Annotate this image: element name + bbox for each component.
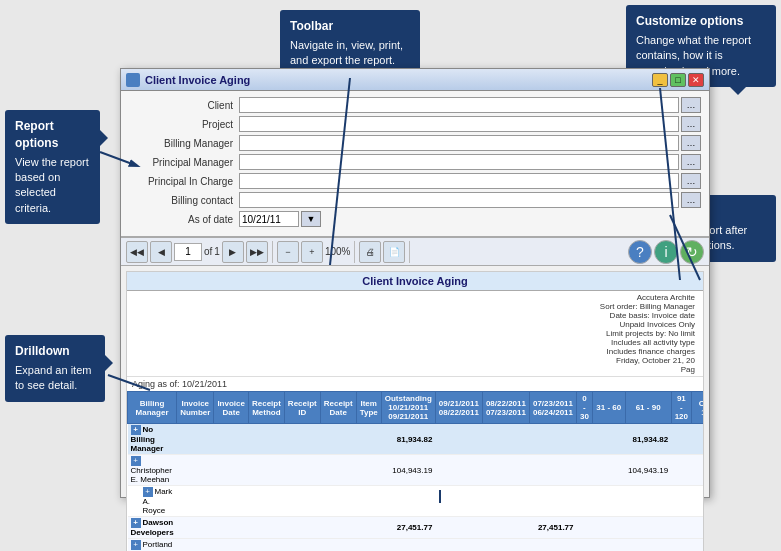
billing-contact-browse-button[interactable]: … [681, 192, 701, 208]
callout-customize-title: Customize options [636, 13, 766, 30]
table-row: +Christopher E. Meehan 104,943.19 104,94… [128, 455, 705, 486]
minimize-button[interactable]: _ [652, 73, 668, 87]
options-row-billing-manager: Billing Manager … [129, 135, 701, 151]
billing-manager-label: Billing Manager [129, 138, 239, 149]
col-receipt-method: ReceiptMethod [248, 392, 284, 424]
col-receipt-date: ReceiptDate [320, 392, 356, 424]
toolbar-export-button[interactable]: 📄 [383, 241, 405, 263]
callout-toolbar: Toolbar Navigate in, view, print, and ex… [280, 10, 420, 77]
main-window: Client Invoice Aging _ □ ✕ Client … Proj… [120, 68, 710, 498]
close-button[interactable]: ✕ [688, 73, 704, 87]
billing-contact-label: Billing contact [129, 195, 239, 206]
col-61-90: 61 - 90 [625, 392, 671, 424]
callout-toolbar-title: Toolbar [290, 18, 410, 35]
options-row-client: Client … [129, 97, 701, 113]
col-91-120: 91 - 120 [671, 392, 691, 424]
options-row-principal-manager: Principal Manager … [129, 154, 701, 170]
toolbar-of-label: of [204, 246, 212, 257]
col-invoice-number: InvoiceNumber [177, 392, 214, 424]
callout-drilldown-title: Drilldown [15, 343, 95, 360]
options-row-billing-contact: Billing contact … [129, 192, 701, 208]
col-31-60: 31 - 60 [592, 392, 625, 424]
col-billing-manager: Billing Manager [128, 392, 177, 424]
callout-report-options-title: Report options [15, 118, 90, 152]
project-browse-button[interactable]: … [681, 116, 701, 132]
report-title: Client Invoice Aging [127, 272, 703, 291]
billing-contact-input[interactable] [239, 192, 679, 208]
toolbar-zoom-level: 100% [325, 246, 351, 257]
report-header-info: Accutera Archite Sort order: Billing Man… [127, 291, 703, 377]
col-range1: 09/21/201108/22/2011 [435, 392, 482, 424]
table-row: +No Billing Manager 81,934.82 81,934.82 [128, 424, 705, 455]
principal-in-charge-label: Principal In Charge [129, 176, 239, 187]
client-browse-button[interactable]: … [681, 97, 701, 113]
toolbar-export-section: 🖨 📄 [359, 241, 410, 263]
expand-icon[interactable]: + [131, 456, 141, 466]
report-area: Client Invoice Aging Accutera Archite So… [126, 271, 704, 551]
billing-manager-browse-button[interactable]: … [681, 135, 701, 151]
principal-manager-browse-button[interactable]: … [681, 154, 701, 170]
col-receipt-id: ReceiptID [284, 392, 320, 424]
as-of-date-label: As of date [129, 214, 239, 225]
options-panel: Client … Project … Billing Manager … Pri… [121, 91, 709, 238]
principal-manager-input[interactable] [239, 154, 679, 170]
project-input[interactable] [239, 116, 679, 132]
table-row: +Dawson Developers 27,451.77 27,451.77 [128, 517, 705, 539]
expand-icon[interactable]: + [131, 425, 141, 435]
report-aging-header: Aging as of: 10/21/2011 [127, 377, 703, 391]
title-bar: Client Invoice Aging _ □ ✕ [121, 69, 709, 91]
col-item-type: Item Type [356, 392, 381, 424]
options-row-principal-in-charge: Principal In Charge … [129, 173, 701, 189]
callout-drilldown: Drilldown Expand an item to see detail. [5, 335, 105, 402]
toolbar-nav-section: ◀◀ ◀ of 1 ▶ ▶▶ [126, 241, 273, 263]
callout-toolbar-body: Navigate in, view, print, and export the… [290, 39, 403, 66]
as-of-date-input[interactable] [239, 211, 299, 227]
col-outstanding: Outstanding10/21/201109/21/2011 [381, 392, 435, 424]
col-invoice-date: InvoiceDate [214, 392, 249, 424]
expand-icon[interactable]: + [131, 518, 141, 528]
col-range2: 08/22/201107/23/2011 [482, 392, 529, 424]
window-controls: _ □ ✕ [652, 73, 704, 87]
callout-drilldown-body: Expand an item to see detail. [15, 364, 91, 391]
toolbar-page-number[interactable] [174, 243, 202, 261]
billing-manager-input[interactable] [239, 135, 679, 151]
toolbar-help-button[interactable]: ? [628, 240, 652, 264]
maximize-button[interactable]: □ [670, 73, 686, 87]
toolbar-prev-page-button[interactable]: ◀ [150, 241, 172, 263]
window-icon [126, 73, 140, 87]
toolbar-refresh-button[interactable]: ↻ [680, 240, 704, 264]
callout-report-options-body: View the report based on selected criter… [15, 156, 89, 214]
principal-in-charge-input[interactable] [239, 173, 679, 189]
toolbar-print-button[interactable]: 🖨 [359, 241, 381, 263]
window-title: Client Invoice Aging [145, 74, 652, 86]
client-input[interactable] [239, 97, 679, 113]
expand-icon[interactable]: + [131, 540, 141, 550]
report-table: Billing Manager InvoiceNumber InvoiceDat… [127, 391, 704, 551]
as-of-date-calendar-button[interactable]: ▼ [301, 211, 321, 227]
client-label: Client [129, 100, 239, 111]
toolbar-last-page-button[interactable]: ▶▶ [246, 241, 268, 263]
toolbar: ◀◀ ◀ of 1 ▶ ▶▶ − + 100% 🖨 📄 ? i ↻ [121, 238, 709, 266]
callout-report-options: Report options View the report based on … [5, 110, 100, 224]
expand-icon[interactable]: + [143, 487, 153, 497]
options-row-as-of-date: As of date ▼ [129, 211, 701, 227]
toolbar-view-section: − + 100% [277, 241, 356, 263]
toolbar-next-page-button[interactable]: ▶ [222, 241, 244, 263]
toolbar-zoom-out-button[interactable]: − [277, 241, 299, 263]
table-row: +Mark A. Royce [128, 486, 705, 517]
col-0-30: 0 - 30 [577, 392, 593, 424]
toolbar-total-pages: 1 [214, 246, 220, 257]
toolbar-first-page-button[interactable]: ◀◀ [126, 241, 148, 263]
toolbar-zoom-in-button[interactable]: + [301, 241, 323, 263]
principal-in-charge-browse-button[interactable]: … [681, 173, 701, 189]
table-header-row-1: Billing Manager InvoiceNumber InvoiceDat… [128, 392, 705, 424]
toolbar-info-button[interactable]: i [654, 240, 678, 264]
table-row: +Portland Public Schools 54,711.00 54,71… [128, 539, 705, 552]
col-range3: 07/23/201106/24/2011 [529, 392, 576, 424]
principal-manager-label: Principal Manager [129, 157, 239, 168]
col-over-120: Over 120 [692, 392, 704, 424]
project-label: Project [129, 119, 239, 130]
options-row-project: Project … [129, 116, 701, 132]
